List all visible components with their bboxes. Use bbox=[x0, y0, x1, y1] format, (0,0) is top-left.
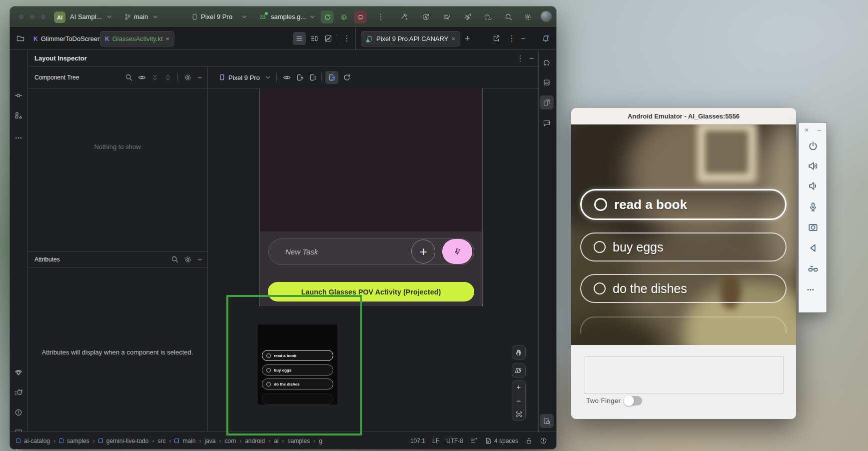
hide-tree-icon[interactable]: − bbox=[197, 74, 202, 82]
close-tab-icon[interactable]: × bbox=[166, 36, 170, 42]
file-encoding[interactable]: UTF-8 bbox=[446, 438, 463, 444]
editor-tab-glassesactivity[interactable]: K GlassesActivity.kt × bbox=[100, 31, 174, 46]
toggle-overlay-eye-icon[interactable] bbox=[280, 71, 293, 84]
view-preview-off-icon[interactable] bbox=[322, 32, 335, 45]
gemini-chat-icon[interactable] bbox=[540, 116, 554, 130]
apply-code-changes-icon[interactable] bbox=[443, 13, 451, 21]
todo-item[interactable]: buy eggs bbox=[580, 232, 787, 262]
indent-widget[interactable]: 4 spaces bbox=[485, 437, 518, 444]
emulator-camera-view[interactable]: read a book buy eggs do the dishes bbox=[571, 124, 796, 345]
add-task-button[interactable]: + bbox=[411, 240, 435, 264]
device-explorer-icon[interactable] bbox=[540, 76, 554, 90]
run-configuration-selector[interactable]: samples.g... bbox=[271, 13, 306, 20]
indent-style-icon[interactable] bbox=[470, 437, 478, 444]
build-run-icon[interactable] bbox=[401, 13, 409, 21]
running-devices-tool-icon[interactable] bbox=[540, 96, 554, 110]
debug-button[interactable] bbox=[340, 13, 348, 21]
lock-open-icon[interactable] bbox=[525, 437, 533, 444]
tree-visibility-icon[interactable] bbox=[135, 71, 148, 84]
editor-options-kebab-icon[interactable]: ⋮ bbox=[343, 34, 351, 42]
maximize-window-icon[interactable] bbox=[40, 14, 46, 20]
running-device-tab[interactable]: Pixel 9 Pro API CANARY × bbox=[361, 31, 460, 46]
toggle-3d-view-icon[interactable] bbox=[512, 364, 526, 378]
touchpad-area[interactable] bbox=[585, 356, 784, 394]
app-insights-gem-icon[interactable] bbox=[11, 366, 25, 380]
volume-up-icon[interactable] bbox=[808, 160, 819, 172]
divider bbox=[27, 267, 207, 268]
device-selector[interactable]: Pixel 9 Pro bbox=[201, 13, 232, 20]
rerun-icon bbox=[324, 14, 331, 21]
microphone-icon[interactable] bbox=[808, 202, 819, 212]
tree-settings-gear-icon[interactable] bbox=[181, 71, 194, 84]
camera-icon[interactable] bbox=[808, 222, 819, 232]
emulator-titlebar[interactable]: Android Emulator - AI_Glasses:5556 bbox=[571, 108, 796, 124]
smart-glasses-icon[interactable] bbox=[808, 264, 819, 274]
collapse-all-icon[interactable] bbox=[161, 71, 174, 84]
zoom-in-icon[interactable]: + bbox=[517, 383, 521, 390]
panel-minimize-icon[interactable]: − bbox=[817, 126, 821, 134]
attributes-gear-icon[interactable] bbox=[181, 253, 194, 266]
snapshot-list-icon[interactable] bbox=[306, 71, 319, 84]
open-in-window-icon[interactable] bbox=[490, 32, 503, 45]
branch-selector[interactable]: main bbox=[134, 13, 148, 20]
line-separator[interactable]: LF bbox=[432, 438, 439, 444]
zoom-fit-icon[interactable] bbox=[515, 410, 523, 418]
panel-close-icon[interactable]: × bbox=[805, 126, 809, 134]
search-everywhere-icon[interactable] bbox=[505, 13, 513, 21]
event-log-alert-icon[interactable] bbox=[540, 437, 547, 444]
project-folder-icon[interactable] bbox=[14, 32, 27, 45]
phone-screen-render[interactable]: New Task + Launch Glasses POV Activity (… bbox=[259, 88, 483, 306]
notifications-bell-icon[interactable] bbox=[539, 32, 553, 46]
close-window-icon[interactable] bbox=[18, 14, 24, 20]
refresh-icon[interactable] bbox=[340, 71, 353, 84]
more-tools-icon[interactable]: … bbox=[11, 128, 25, 142]
tree-search-icon[interactable] bbox=[122, 71, 135, 84]
gradle-sync-icon[interactable] bbox=[484, 13, 492, 21]
hide-attributes-icon[interactable]: − bbox=[197, 256, 202, 264]
stop-button[interactable] bbox=[354, 10, 367, 24]
view-list-icon[interactable] bbox=[293, 32, 306, 45]
pan-hand-icon[interactable] bbox=[512, 346, 526, 360]
commit-tool-icon[interactable] bbox=[11, 88, 25, 102]
attach-debugger-icon[interactable] bbox=[464, 13, 472, 21]
project-selector[interactable]: AI Sampl... bbox=[70, 13, 102, 20]
zoom-out-icon[interactable]: − bbox=[517, 397, 521, 404]
voice-input-button[interactable] bbox=[442, 239, 472, 264]
live-updates-icon[interactable] bbox=[325, 71, 338, 84]
volume-down-icon[interactable] bbox=[808, 180, 819, 192]
device-panel-kebab-icon[interactable]: ⋮ bbox=[508, 34, 516, 42]
minimize-window-icon[interactable] bbox=[29, 14, 35, 20]
user-avatar[interactable] bbox=[541, 11, 552, 22]
inspector-device-picker[interactable]: Pixel 9 Pro bbox=[228, 74, 260, 82]
todo-item-selected[interactable]: read a book bbox=[580, 189, 787, 220]
radio-icon[interactable] bbox=[594, 198, 607, 211]
panel-options-kebab-icon[interactable]: ⋮ bbox=[516, 54, 524, 62]
settings-gear-icon[interactable] bbox=[524, 13, 532, 21]
radio-icon[interactable] bbox=[594, 241, 606, 253]
hide-panel-icon[interactable]: − bbox=[529, 54, 534, 62]
view-split-icon[interactable] bbox=[308, 32, 321, 45]
attributes-search-icon[interactable] bbox=[168, 253, 181, 266]
caret-position[interactable]: 107:1 bbox=[410, 438, 425, 444]
run-more-kebab-icon[interactable]: ⋮ bbox=[377, 13, 385, 21]
two-finger-toggle[interactable] bbox=[624, 396, 642, 406]
rerun-button[interactable] bbox=[321, 10, 334, 24]
layout-inspector-tool-icon[interactable] bbox=[540, 414, 554, 428]
add-device-icon[interactable]: + bbox=[465, 34, 470, 43]
hide-device-panel-icon[interactable]: − bbox=[521, 34, 525, 42]
power-icon[interactable] bbox=[808, 140, 819, 152]
todo-label: do the dishes bbox=[613, 282, 687, 296]
back-icon[interactable] bbox=[808, 242, 819, 254]
todo-item-partial bbox=[580, 316, 787, 334]
close-device-tab-icon[interactable]: × bbox=[451, 36, 455, 42]
structure-tool-icon[interactable] bbox=[11, 108, 25, 122]
apply-changes-icon[interactable] bbox=[422, 13, 430, 21]
problems-icon[interactable] bbox=[11, 406, 25, 420]
logcat-icon[interactable] bbox=[11, 386, 25, 400]
more-controls-icon[interactable]: ••• bbox=[807, 286, 815, 292]
gradle-tool-icon[interactable] bbox=[540, 56, 554, 70]
radio-icon[interactable] bbox=[594, 282, 606, 294]
expand-all-icon[interactable] bbox=[148, 71, 161, 84]
todo-item[interactable]: do the dishes bbox=[580, 274, 787, 303]
export-snapshot-icon[interactable] bbox=[293, 71, 306, 84]
